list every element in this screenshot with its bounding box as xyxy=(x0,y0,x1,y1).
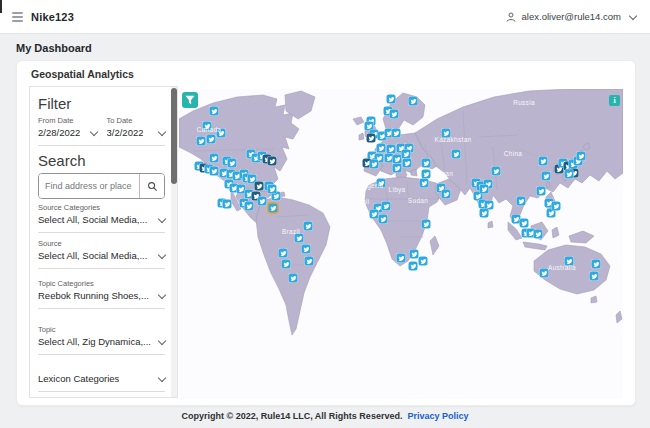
tweet-marker-icon[interactable] xyxy=(377,179,386,188)
tweet-marker-icon[interactable] xyxy=(442,129,451,138)
to-date-select[interactable]: 3/2/2022 xyxy=(107,127,166,138)
tweet-marker-icon[interactable] xyxy=(255,182,264,191)
top-navbar: Nike123 alex.oliver@rule14.com xyxy=(0,0,650,34)
tweet-marker-icon[interactable] xyxy=(203,122,212,131)
tweet-marker-icon[interactable] xyxy=(565,257,574,266)
tweet-marker-icon[interactable] xyxy=(419,257,428,266)
tweet-marker-icon[interactable] xyxy=(387,145,396,154)
tweet-marker-icon[interactable] xyxy=(565,170,574,179)
tweet-marker-icon[interactable] xyxy=(370,160,379,169)
tweet-marker-icon[interactable] xyxy=(517,197,526,206)
tweet-marker-icon[interactable] xyxy=(390,110,399,119)
world-map-svg xyxy=(179,89,623,399)
chevron-down-icon xyxy=(629,11,637,19)
window-accent xyxy=(0,0,2,13)
tweet-marker-icon[interactable] xyxy=(393,155,402,164)
tweet-marker-icon[interactable] xyxy=(410,250,419,259)
tweet-marker-icon[interactable] xyxy=(452,150,461,159)
privacy-policy-link[interactable]: Privacy Policy xyxy=(407,411,468,421)
user-email: alex.oliver@rule14.com xyxy=(522,11,621,22)
tweet-marker-icon[interactable] xyxy=(392,129,401,138)
tweet-marker-icon[interactable] xyxy=(302,245,311,254)
tweet-marker-icon[interactable] xyxy=(279,249,288,258)
tweet-marker-icon[interactable] xyxy=(420,179,429,188)
tweet-marker-icon[interactable] xyxy=(590,272,599,281)
tweet-marker-icon[interactable] xyxy=(207,135,216,144)
tweet-marker-icon[interactable] xyxy=(210,167,219,176)
tweet-marker-icon[interactable] xyxy=(409,97,418,106)
tweet-marker-icon[interactable] xyxy=(289,274,298,283)
tweet-marker-icon[interactable] xyxy=(537,187,546,196)
chevron-down-icon xyxy=(158,127,166,135)
search-input[interactable] xyxy=(39,174,139,198)
footer: Copyright © 2022, Rule14 LLC, All Rights… xyxy=(0,404,650,428)
source-select[interactable]: Select All, Social Media,... xyxy=(38,250,165,261)
map-info-button[interactable]: i xyxy=(609,95,620,106)
tweet-marker-icon[interactable] xyxy=(379,215,388,224)
tweet-marker-icon[interactable] xyxy=(367,134,376,143)
chevron-down-icon xyxy=(158,214,166,222)
tweet-marker-icon[interactable] xyxy=(492,167,501,176)
lexicon-categories-select[interactable]: Lexicon Categories xyxy=(38,373,165,384)
geospatial-map[interactable]: CanadaRussiaKazakhstanChinaIranAlgeriaLi… xyxy=(179,89,623,399)
tweet-marker-icon[interactable] xyxy=(245,202,254,211)
search-heading: Search xyxy=(38,152,165,169)
tweet-marker-icon[interactable] xyxy=(258,197,267,206)
filter-panel: Filter From Date 2/28/2022 To Date 3/2/2… xyxy=(29,86,178,398)
tweet-marker-icon[interactable] xyxy=(210,107,219,116)
tweet-marker-icon[interactable] xyxy=(540,269,549,278)
filter-scrollbar-thumb[interactable] xyxy=(171,88,177,184)
tweet-marker-icon[interactable] xyxy=(387,95,396,104)
widget-title: Geospatial Analytics xyxy=(31,68,134,80)
tweet-marker-icon[interactable] xyxy=(442,190,451,199)
tweet-marker-icon[interactable] xyxy=(269,204,278,213)
page-title: My Dashboard xyxy=(16,42,92,54)
source-categories-label: Source Categories xyxy=(38,203,165,212)
tweet-marker-icon[interactable] xyxy=(282,260,291,269)
tweet-marker-icon[interactable] xyxy=(305,257,314,266)
map-filter-button[interactable] xyxy=(182,92,198,108)
tweet-marker-icon[interactable] xyxy=(409,262,418,271)
tweet-marker-icon[interactable] xyxy=(295,234,304,243)
tweet-marker-icon[interactable] xyxy=(422,220,431,229)
tweet-marker-icon[interactable] xyxy=(480,209,489,218)
tweet-marker-icon[interactable] xyxy=(542,172,551,181)
tweet-marker-icon[interactable] xyxy=(577,152,586,161)
from-date-select[interactable]: 2/28/2022 xyxy=(38,127,97,138)
tweet-marker-icon[interactable] xyxy=(210,154,219,163)
tweet-marker-icon[interactable] xyxy=(382,202,391,211)
filter-scrollbar-track[interactable] xyxy=(171,87,177,397)
tweet-marker-icon[interactable] xyxy=(534,230,543,239)
tweet-marker-icon[interactable] xyxy=(592,260,601,269)
tweet-marker-icon[interactable] xyxy=(370,210,379,219)
user-icon xyxy=(505,11,517,23)
brand-title: Nike123 xyxy=(31,11,74,23)
topic-categories-select[interactable]: Reebok Running Shoes,... xyxy=(38,290,165,301)
tweet-marker-icon[interactable] xyxy=(539,157,548,166)
tweet-marker-icon[interactable] xyxy=(552,202,561,211)
tweet-marker-icon[interactable] xyxy=(422,159,431,168)
hamburger-menu-icon[interactable] xyxy=(12,12,23,22)
tweet-marker-icon[interactable] xyxy=(480,185,489,194)
tweet-marker-icon[interactable] xyxy=(217,129,226,138)
tweet-marker-icon[interactable] xyxy=(402,150,411,159)
tweet-marker-icon[interactable] xyxy=(377,144,386,153)
user-menu[interactable]: alex.oliver@rule14.com xyxy=(505,11,636,23)
tweet-marker-icon[interactable] xyxy=(422,170,431,179)
tweet-marker-icon[interactable] xyxy=(520,219,529,228)
topic-select[interactable]: Select All, Zig Dynamica,... xyxy=(38,336,165,347)
topic-label: Topic xyxy=(38,325,165,334)
tweet-marker-icon[interactable] xyxy=(304,222,313,231)
tweet-marker-icon[interactable] xyxy=(403,159,412,168)
tweet-marker-icon[interactable] xyxy=(393,164,402,173)
copyright-text: Copyright © 2022, Rule14 LLC, All Rights… xyxy=(182,411,403,421)
search-button[interactable] xyxy=(139,174,164,198)
tweet-marker-icon[interactable] xyxy=(228,159,237,168)
source-categories-select[interactable]: Select All, Social Media,... xyxy=(38,214,165,225)
tweet-marker-icon[interactable] xyxy=(223,200,232,209)
tweet-marker-icon[interactable] xyxy=(268,185,277,194)
divider xyxy=(38,145,165,146)
tweet-marker-icon[interactable] xyxy=(397,254,406,263)
tweet-marker-icon[interactable] xyxy=(197,137,206,146)
tweet-marker-icon[interactable] xyxy=(268,157,277,166)
